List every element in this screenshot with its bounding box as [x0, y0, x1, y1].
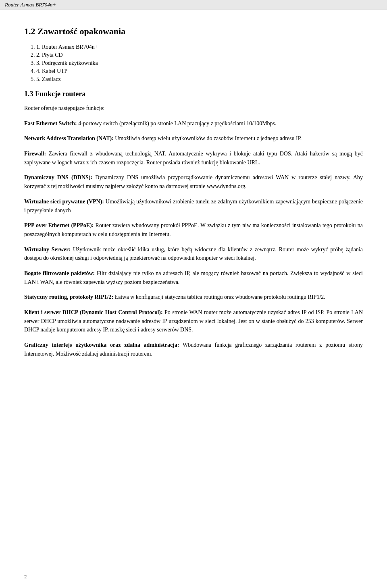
- list-item: 3. Podręcznik użytkownika: [36, 60, 363, 66]
- para-routing-rest: Łatwa w konfiguracji statyczna tablica r…: [113, 294, 325, 300]
- para-fast-ethernet-bold: Fast Ethernet Switch:: [24, 120, 77, 126]
- para-dhcp: Klient i serwer DHCP (Dynamic Host Contr…: [24, 308, 363, 334]
- header-text: Router Asmax BR704n+: [5, 2, 56, 8]
- para-nat-rest: Umożliwia dostęp wielu użytkowników do z…: [114, 135, 302, 141]
- page-footer: 2: [24, 574, 27, 580]
- para-vpn-bold: Wirtualne sieci prywatne (VPN):: [24, 199, 104, 205]
- page-number: 2: [24, 574, 27, 580]
- para-ddns-bold: Dynamiczny DNS (DDNS):: [24, 174, 92, 180]
- para-routing-bold: Statyczny routing, protokoły RIP1/2:: [24, 294, 113, 300]
- section2-title: 1.3 Funkcje routera: [24, 90, 363, 98]
- para-gui: Graficzny interfejs użytkownika oraz zda…: [24, 341, 363, 358]
- para-virtual-server-bold: Wirtualny Serwer:: [24, 246, 71, 253]
- para-nat: Network Address Translation (NAT): Umożl…: [24, 134, 363, 143]
- para-fast-ethernet: Fast Ethernet Switch: 4-portowy switch (…: [24, 119, 363, 128]
- page-header: Router Asmax BR704n+: [0, 0, 387, 10]
- para-routing: Statyczny routing, protokoły RIP1/2: Łat…: [24, 293, 363, 302]
- list-item: 4. Kabel UTP: [36, 68, 363, 75]
- para-filtering: Bogate filtrowanie pakietów: Filtr dział…: [24, 269, 363, 286]
- section1-title: 1.2 Zawartość opakowania: [24, 26, 363, 37]
- packaging-list: 1. Router Asmax BR704n+ 2. Płyta CD 3. P…: [36, 44, 363, 83]
- para-firewall-rest: Zawiera firewall z wbudowaną technologią…: [24, 151, 363, 166]
- para-dhcp-bold: Klient i serwer DHCP (Dynamic Host Contr…: [24, 309, 163, 315]
- para-firewall-bold: Firewall:: [24, 151, 46, 157]
- para-virtual-server-rest: Użytkownik może określić klika usług, kt…: [24, 246, 363, 261]
- page-wrapper: Router Asmax BR704n+ 1.2 Zawartość opako…: [0, 0, 387, 588]
- para-filtering-bold: Bogate filtrowanie pakietów:: [24, 270, 95, 276]
- page-content: 1.2 Zawartość opakowania 1. Router Asmax…: [0, 10, 387, 381]
- list-item: 1. Router Asmax BR704n+: [36, 44, 363, 50]
- para-gui-bold: Graficzny interfejs użytkownika oraz zda…: [24, 342, 179, 348]
- para-firewall: Firewall: Zawiera firewall z wbudowaną t…: [24, 149, 363, 167]
- section2-intro: Router oferuje następujące funkcje:: [24, 104, 363, 113]
- para-pppoe: PPP over Ethernet (PPPoE): Router zawier…: [24, 221, 363, 238]
- list-item: 2. Płyta CD: [36, 52, 363, 58]
- para-ddns: Dynamiczny DNS (DDNS): Dynamiczny DNS um…: [24, 173, 363, 190]
- para-nat-bold: Network Address Translation (NAT):: [24, 135, 114, 141]
- para-fast-ethernet-rest: 4-portowy switch (przełącznik) po stroni…: [77, 120, 277, 126]
- para-vpn: Wirtualne sieci prywatne (VPN): Umożliwi…: [24, 197, 363, 215]
- list-item: 5. Zasilacz: [36, 76, 363, 83]
- para-pppoe-bold: PPP over Ethernet (PPPoE):: [24, 222, 94, 228]
- para-virtual-server: Wirtualny Serwer: Użytkownik może określ…: [24, 245, 363, 263]
